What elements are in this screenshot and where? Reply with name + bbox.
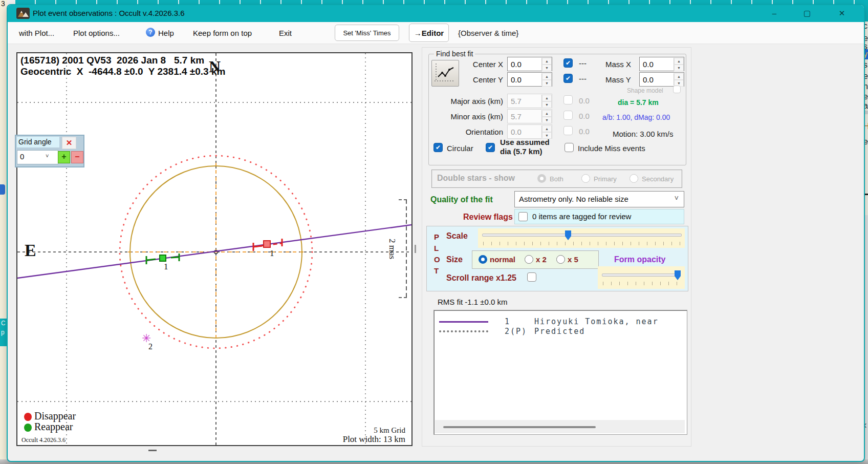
north-indicator: N bbox=[209, 57, 221, 76]
major-axis-label: Major axis (km) bbox=[438, 97, 503, 106]
orientation-input: 0.0 ▲▼ bbox=[507, 124, 552, 139]
center-x-spinner[interactable]: ▲▼ bbox=[541, 58, 552, 70]
double-primary-radio[interactable] bbox=[581, 174, 590, 183]
horizontal-scrollbar[interactable] bbox=[435, 420, 685, 433]
minor-axis-checkbox[interactable] bbox=[563, 111, 573, 120]
maximize-button[interactable]: ▢ bbox=[796, 6, 818, 20]
mass-x-spinner[interactable]: ▲▼ bbox=[674, 58, 684, 70]
scale-slider[interactable] bbox=[478, 228, 685, 248]
include-miss-checkbox[interactable] bbox=[565, 143, 574, 152]
occult-plot-window: Plot event observations : Occult v.4.202… bbox=[7, 4, 865, 462]
minor-axis-cb-value: 0.0 bbox=[579, 112, 590, 120]
mass-y-value[interactable]: 0.0 bbox=[640, 75, 674, 84]
predicted-line-swatch bbox=[439, 330, 488, 332]
size-x2-radio[interactable] bbox=[525, 255, 533, 264]
list-item[interactable]: 2(P) Predicted bbox=[439, 326, 685, 336]
center-x-input[interactable]: 0.0 ▲▼ bbox=[507, 57, 552, 71]
shape-model-checkbox[interactable] bbox=[673, 86, 681, 93]
mass-y-spinner[interactable]: ▲▼ bbox=[674, 73, 684, 86]
grid-angle-minus-button[interactable]: – bbox=[71, 151, 83, 163]
plot-letter-p: P bbox=[434, 233, 439, 241]
center-y-checkbox[interactable]: ✔ bbox=[563, 74, 573, 83]
circular-checkbox[interactable]: ✔ bbox=[433, 143, 443, 152]
plot-width-label: Plot width: 13 km bbox=[343, 434, 405, 445]
legend-reappear: Reappear bbox=[34, 421, 73, 433]
minor-axis-spinner: ▲▼ bbox=[541, 110, 552, 122]
double-stars-label: Double stars - show bbox=[437, 174, 515, 183]
chevron-down-icon[interactable]: ˅ bbox=[46, 153, 49, 159]
review-flags-checkbox[interactable] bbox=[518, 212, 528, 221]
center-x-dashes: --- bbox=[579, 59, 587, 68]
occultation-plot[interactable]: 1 1 ✳ 2 (165718) 2001 QV53 2026 Jan 8 5.… bbox=[16, 52, 413, 446]
minimize-button[interactable]: – bbox=[763, 6, 786, 20]
set-miss-times-button[interactable]: Set 'Miss' Times bbox=[335, 25, 399, 41]
motion-label: Motion: 3.00 km/s bbox=[613, 130, 673, 138]
mass-x-input[interactable]: 0.0 ▲▼ bbox=[639, 57, 684, 71]
editor-button[interactable]: →Editor bbox=[409, 24, 449, 42]
version-label: Occult 4.2026.3.6 bbox=[21, 436, 66, 444]
vertical-splitter-handle[interactable] bbox=[415, 245, 416, 253]
review-flags-box: 0 items are tagged for review bbox=[514, 209, 684, 224]
left-sliver-c: C bbox=[1, 320, 6, 327]
menu-plot-options[interactable]: Plot options... bbox=[73, 29, 120, 37]
rms-fit-label: RMS fit -1.1 ±0.0 km bbox=[438, 298, 508, 306]
scale-slider-thumb[interactable] bbox=[565, 230, 571, 240]
double-secondary-radio[interactable] bbox=[630, 174, 638, 183]
form-opacity-slider[interactable] bbox=[598, 266, 685, 289]
observer-list[interactable]: 1 Hiroyuki Tomioka, near 2(P) Predicted bbox=[433, 310, 687, 435]
orientation-checkbox[interactable] bbox=[563, 126, 573, 135]
center-y-spinner[interactable]: ▲▼ bbox=[541, 73, 552, 86]
size-normal-radio[interactable] bbox=[479, 255, 487, 264]
form-opacity-thumb[interactable] bbox=[675, 270, 681, 280]
observer-name: Hiroyuki Tomioka, near bbox=[534, 317, 659, 326]
major-axis-value: 5.7 bbox=[508, 97, 541, 106]
scroll-range-checkbox[interactable] bbox=[527, 272, 536, 282]
scale-slider-track[interactable] bbox=[482, 234, 682, 237]
ab-dmag-label: a/b: 1.00, dMag: 0.00 bbox=[602, 113, 670, 121]
scrollbar-thumb[interactable] bbox=[443, 426, 596, 428]
minor-axis-value: 5.7 bbox=[508, 112, 541, 121]
form-opacity-track[interactable] bbox=[602, 273, 681, 277]
mass-y-input[interactable]: 0.0 ▲▼ bbox=[639, 72, 684, 87]
use-assumed-checkbox[interactable]: ✔ bbox=[486, 143, 495, 152]
mass-x-value[interactable]: 0.0 bbox=[640, 60, 674, 69]
close-button[interactable]: ✕ bbox=[831, 6, 853, 20]
quality-dropdown[interactable]: Astrometry only. No reliable size ˅ bbox=[514, 191, 684, 207]
left-sliver-p: p bbox=[1, 329, 5, 336]
splitter-handle[interactable] bbox=[148, 450, 157, 451]
major-axis-spinner: ▲▼ bbox=[541, 95, 552, 107]
help-icon[interactable]: ? bbox=[146, 28, 155, 37]
chord1-reappear-label: 1 bbox=[164, 262, 168, 271]
run-fit-button[interactable] bbox=[431, 60, 459, 87]
center-x-checkbox[interactable]: ✔ bbox=[563, 58, 573, 68]
grid-angle-plus-button[interactable]: + bbox=[58, 151, 70, 163]
center-x-value[interactable]: 0.0 bbox=[508, 60, 541, 69]
scale-bar-label: 2 mas bbox=[387, 239, 397, 259]
quality-value: Astrometry only. No reliable size bbox=[519, 195, 628, 203]
double-both-radio[interactable] bbox=[537, 174, 546, 183]
plot-options-panel: P L O T Scale Size normal x 2 x 5 bbox=[426, 226, 688, 291]
grid-angle-select[interactable]: 0 bbox=[17, 150, 58, 164]
include-miss-label: Include Miss events bbox=[578, 144, 645, 153]
menu-help[interactable]: Help bbox=[158, 29, 174, 37]
center-y-input[interactable]: 0.0 ▲▼ bbox=[507, 72, 552, 87]
menubar: with Plot... Plot options... ? Help Keep… bbox=[8, 22, 864, 44]
center-y-label: Center Y bbox=[457, 75, 503, 84]
grid-angle-close-icon[interactable]: ✕ bbox=[62, 137, 76, 149]
titlebar[interactable]: Plot event observations : Occult v.4.202… bbox=[8, 5, 864, 22]
plot-title-line1: (165718) 2001 QV53 2026 Jan 8 5.7 km bbox=[20, 55, 204, 66]
list-item[interactable]: 1 Hiroyuki Tomioka, near bbox=[439, 317, 685, 327]
reappear-dot-icon bbox=[24, 424, 32, 432]
quality-label: Quality of the fit bbox=[430, 195, 493, 204]
background-left-window-sliver: 3 C p bbox=[0, 0, 7, 460]
menu-keep-on-top[interactable]: Keep form on top bbox=[193, 29, 252, 37]
chevron-down-icon[interactable]: ˅ bbox=[675, 194, 679, 202]
plot-letter-t: T bbox=[434, 266, 439, 275]
menu-exit[interactable]: Exit bbox=[279, 29, 292, 37]
review-flags-label: Review flags bbox=[463, 213, 513, 222]
size-x5-radio[interactable] bbox=[556, 255, 565, 264]
double-primary-label: Primary bbox=[594, 175, 617, 183]
menu-with-plot[interactable]: with Plot... bbox=[19, 29, 54, 37]
major-axis-checkbox[interactable] bbox=[563, 95, 573, 104]
center-y-value[interactable]: 0.0 bbox=[508, 75, 541, 84]
